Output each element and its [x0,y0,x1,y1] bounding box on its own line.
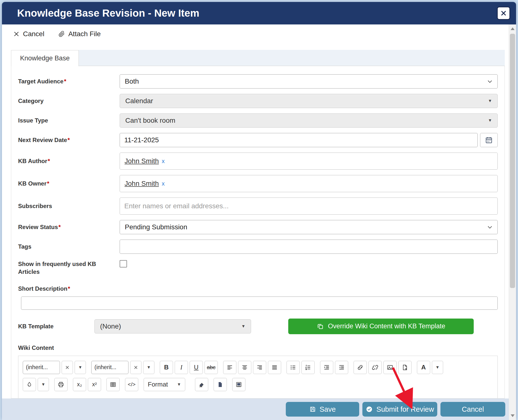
outdent-button[interactable] [335,361,348,374]
dialog-header: Knowledge Base Revision - New Item [2,2,516,24]
bullet-list-button[interactable] [287,361,300,374]
subscribers-label: Subscribers [18,203,52,209]
align-left-button[interactable] [223,361,236,374]
text-color-button[interactable]: A [417,361,430,374]
submit-for-review-button[interactable]: Submit for Review [362,402,437,417]
date-picker-button[interactable] [480,133,498,147]
override-kb-template-label: Override Wiki Content with KB Template [328,322,445,330]
new-document-button[interactable] [214,378,227,391]
category-select[interactable]: Calendar ▼ [120,94,498,108]
eraser-icon [198,381,205,388]
superscript-button[interactable]: x² [88,378,101,391]
next-review-date-input[interactable] [120,133,478,147]
kb-owner-label: KB Owner [18,180,46,187]
font-size-input[interactable]: (inherit... [91,361,128,374]
image-button[interactable] [383,361,397,374]
next-review-date-row: Next Review Date* [18,133,498,147]
issue-type-label: Issue Type [18,117,48,124]
attach-file-button[interactable]: Attach File [58,30,101,38]
kb-owner-remove-button[interactable]: x [162,180,165,187]
kb-author-remove-button[interactable]: x [162,158,165,165]
target-audience-select[interactable]: Both [120,74,498,88]
font-size-combo: (inherit... ▼ [91,361,154,374]
insert-document-button[interactable] [398,361,412,374]
toolbar-cancel-label: Cancel [23,30,44,38]
footer-cancel-button[interactable]: Cancel [440,402,505,417]
scroll-down-arrow[interactable] [511,414,515,417]
font-size-dropdown-button[interactable]: ▼ [143,361,154,374]
font-size-clear-button[interactable] [130,361,141,374]
save-button[interactable]: Save [286,402,359,417]
show-frequent-row: Show in frequently used KB Articles [18,260,498,276]
align-center-button[interactable] [238,361,251,374]
override-kb-template-button[interactable]: Override Wiki Content with KB Template [288,319,474,334]
category-label: Category [18,98,44,104]
kb-template-select[interactable]: (None) ▼ [94,319,251,333]
strikethrough-button[interactable]: abc [205,361,218,374]
save-button-label: Save [320,405,336,413]
scrollbar-thumb[interactable] [510,34,515,288]
remove-format-button[interactable] [195,378,208,391]
required-marker: * [47,180,49,187]
font-family-input[interactable]: (inherit... [23,361,60,374]
copy-icon [317,323,324,330]
unlink-button[interactable] [368,361,382,374]
editor-toolbar-row-2: ▼ x₂ x² </> Format ▼ [23,378,493,391]
numbered-list-button[interactable] [301,361,315,374]
indent-button[interactable] [320,361,333,374]
image-properties-button[interactable] [232,378,245,391]
close-icon [500,10,507,17]
background-color-dropdown-button[interactable]: ▼ [38,378,49,391]
toolbar-cancel-button[interactable]: Cancel [13,30,44,38]
review-status-label: Review Status [18,224,58,230]
table-button[interactable] [106,378,120,391]
tags-input[interactable] [120,240,498,254]
tab-knowledge-base[interactable]: Knowledge Base [11,50,79,66]
check-circle-icon [366,406,373,413]
show-frequent-checkbox[interactable] [120,260,127,267]
kb-owner-person-link[interactable]: John Smith [125,180,159,188]
outdent-icon [338,364,345,371]
clear-x-icon [65,365,70,370]
subscribers-input[interactable] [120,198,498,215]
tags-row: Tags [18,240,498,254]
tab-strip: Knowledge Base [11,50,505,66]
text-color-dropdown-button[interactable]: ▼ [432,361,443,374]
bold-button[interactable]: B [160,361,173,374]
font-family-clear-button[interactable] [62,361,73,374]
align-right-button[interactable] [253,361,266,374]
source-code-button[interactable]: </> [125,378,138,391]
required-marker: * [58,224,61,230]
italic-button[interactable]: I [175,361,188,374]
kb-author-label: KB Author [18,158,47,164]
kb-author-people-picker[interactable]: John Smith x [120,153,498,170]
save-icon [309,406,316,413]
kb-template-label: KB Template [18,323,54,330]
format-dropdown[interactable]: Format ▼ [144,378,185,391]
paperclip-icon [58,31,65,37]
dialog-title: Knowledge Base Revision - New Item [17,7,497,19]
review-status-select[interactable]: Pending Submission [120,220,498,234]
print-button[interactable] [54,378,68,391]
required-marker: * [68,285,70,292]
scroll-up-arrow[interactable] [511,27,515,30]
chevron-down-icon [487,78,493,85]
close-button[interactable] [497,7,510,20]
dropdown-triangle-icon: ▼ [436,365,440,370]
underline-button[interactable]: U [190,361,203,374]
issue-type-select[interactable]: Can't book room ▼ [120,113,498,128]
kb-author-person-link[interactable]: John Smith [125,157,159,165]
align-left-icon [226,364,233,371]
short-description-input[interactable] [21,297,498,310]
subscript-button[interactable]: x₂ [73,378,86,391]
document-icon [217,381,224,388]
font-family-dropdown-button[interactable]: ▼ [75,361,86,374]
background-color-button[interactable] [23,378,36,391]
submit-for-review-label: Submit for Review [376,405,434,413]
command-bar: Cancel Attach File [2,24,509,44]
link-button[interactable] [354,361,367,374]
kb-owner-people-picker[interactable]: John Smith x [120,175,498,192]
format-dropdown-label: Format [148,381,168,388]
vertical-scrollbar[interactable] [509,24,516,420]
justify-button[interactable] [268,361,281,374]
